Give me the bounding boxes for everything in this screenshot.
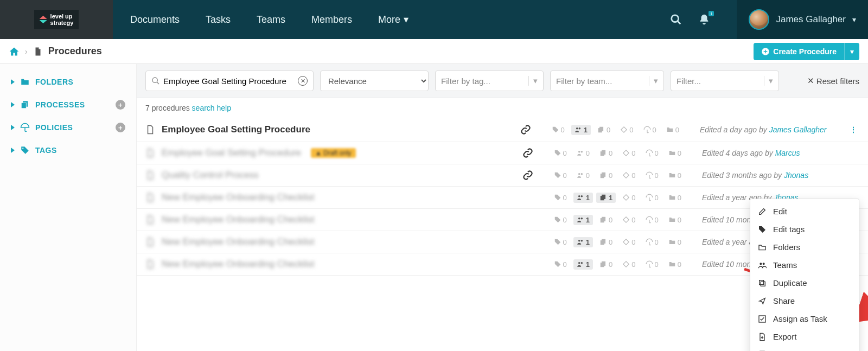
sidebar-tags[interactable]: TAGS (0, 139, 136, 162)
row-more-icon[interactable]: ⋮ (847, 123, 859, 136)
search-icon[interactable] (669, 13, 682, 26)
users-chip: 1 (571, 125, 591, 135)
reset-filters[interactable]: ✕ Reset filters (807, 76, 859, 86)
ctx-duplicate[interactable]: Duplicate (750, 274, 859, 292)
add-process-button[interactable]: + (116, 100, 125, 110)
procedure-row[interactable]: Quality Control Process 0 0 0 0 0 0 Edit… (137, 164, 868, 187)
document-icon (145, 193, 155, 202)
nav-members[interactable]: Members (311, 14, 352, 25)
tag-chip: 0 (551, 193, 570, 203)
svg-point-32 (578, 262, 580, 264)
ctx-edit[interactable]: Edit (750, 202, 859, 220)
nav-tasks[interactable]: Tasks (206, 14, 231, 25)
document-icon (145, 125, 155, 135)
user-menu[interactable]: James Gallagher ▾ (737, 0, 868, 39)
tag-chip: 0 (551, 215, 570, 225)
svg-rect-15 (601, 151, 604, 156)
page-title: Procedures (48, 46, 102, 57)
procedure-name: Quality Control Process (162, 170, 259, 181)
result-count-row: 7 procedures search help (137, 98, 868, 118)
ctx-knowledge-base[interactable]: Knowledge Base (750, 346, 859, 351)
edited-author[interactable]: James Gallagher (769, 125, 827, 134)
procedure-name: Employee Goal Setting Procedure (162, 124, 310, 135)
checkbox-icon (758, 315, 768, 323)
plus-circle-icon (761, 47, 770, 56)
create-procedure-dropdown[interactable]: ▾ (844, 43, 859, 60)
nav-teams[interactable]: Teams (257, 14, 285, 25)
procedure-row[interactable]: Employee Goal Setting Procedure ▲ Draft … (137, 142, 868, 164)
meta-chips: 0 0 0 0 0 0 (551, 148, 685, 158)
add-policy-button[interactable]: + (116, 123, 125, 132)
svg-rect-11 (598, 128, 602, 132)
copies-chip: 0 (596, 215, 616, 225)
svg-rect-4 (21, 103, 26, 109)
edited-author[interactable]: Jhonas (784, 171, 808, 180)
search-input-wrap[interactable]: ✕ (145, 71, 314, 91)
copies-chip: 0 (596, 237, 616, 247)
ctx-export[interactable]: Export (750, 328, 859, 346)
ctx-folders[interactable]: Folders (750, 238, 859, 256)
clear-search-icon[interactable]: ✕ (298, 76, 308, 86)
users-chip: 0 (573, 148, 593, 158)
team-filter[interactable]: Filter by team... ▾ (550, 71, 664, 91)
chevron-down-icon: ▾ (528, 76, 538, 86)
copies-chip: 0 (596, 148, 616, 158)
svg-point-25 (580, 218, 583, 220)
nav-documents[interactable]: Documents (130, 14, 180, 25)
procedure-name: New Employee Onboarding Checklist (162, 237, 315, 247)
svg-rect-23 (601, 196, 604, 200)
svg-point-37 (763, 263, 765, 265)
svg-point-16 (578, 173, 580, 175)
create-procedure-main[interactable]: Create Procedure (754, 43, 844, 60)
breadcrumb-separator: › (25, 47, 28, 56)
sidebar: FOLDERS PROCESSES + POLICIES + TAGS (0, 64, 137, 351)
notifications-icon[interactable]: 1 (698, 13, 711, 26)
link-icon (520, 124, 531, 135)
tag-icon (758, 225, 768, 234)
umbrella-chip: 0 (642, 170, 662, 181)
ctx-teams[interactable]: Teams (750, 256, 859, 274)
brand-line1: level up (50, 13, 74, 20)
svg-rect-35 (601, 263, 604, 267)
tag-chip: 0 (551, 237, 570, 247)
edited-author[interactable]: Marcus (775, 149, 800, 157)
edited-info: Edited a day ago by James Gallagher (700, 125, 841, 134)
sidebar-folders-label: FOLDERS (35, 78, 73, 86)
ctx-assign-task[interactable]: Assign as Task (750, 310, 859, 328)
svg-point-29 (580, 240, 583, 242)
search-input[interactable] (160, 76, 298, 86)
sidebar-folders[interactable]: FOLDERS (0, 71, 136, 93)
diamond-chip: 0 (619, 215, 639, 225)
folder-chip: 0 (665, 237, 685, 247)
diamond-chip: 0 (619, 170, 639, 181)
svg-rect-39 (760, 280, 764, 284)
ctx-share[interactable]: Share (750, 292, 859, 310)
users-chip: 1 (573, 237, 593, 247)
folder-chip: 0 (665, 215, 685, 225)
document-icon (33, 47, 43, 56)
caret-right-icon (11, 102, 15, 107)
logo-area[interactable]: level up strategy (0, 0, 113, 39)
sub-header: › Procedures Create Procedure ▾ (0, 39, 868, 64)
sort-select[interactable]: Relevance (320, 71, 429, 91)
procedure-name: New Employee Onboarding Checklist (162, 259, 315, 270)
sidebar-policies[interactable]: POLICIES + (0, 116, 136, 139)
copy-icon (20, 100, 30, 110)
tag-filter[interactable]: Filter by tag... ▾ (435, 71, 544, 91)
meta-chips: 0 1 0 0 0 0 (548, 125, 682, 135)
share-icon (758, 297, 768, 305)
generic-filter[interactable]: Filter... ▾ (671, 71, 779, 91)
procedure-row[interactable]: Employee Goal Setting Procedure 0 1 0 0 … (137, 118, 868, 142)
tags-icon (20, 145, 30, 155)
search-help-link[interactable]: search help (192, 104, 231, 112)
umbrella-chip: 0 (642, 237, 662, 247)
diamond-chip: 0 (617, 125, 636, 135)
home-icon[interactable] (9, 46, 20, 57)
sidebar-processes[interactable]: PROCESSES + (0, 93, 136, 116)
tag-chip: 0 (551, 148, 570, 158)
filter-bar: ✕ Relevance Filter by tag... ▾ Filter by… (137, 64, 868, 98)
ctx-edit-tags[interactable]: Edit tags (750, 220, 859, 238)
users-chip: 1 (573, 259, 593, 270)
svg-point-12 (578, 151, 580, 153)
nav-more[interactable]: More▾ (378, 14, 409, 25)
